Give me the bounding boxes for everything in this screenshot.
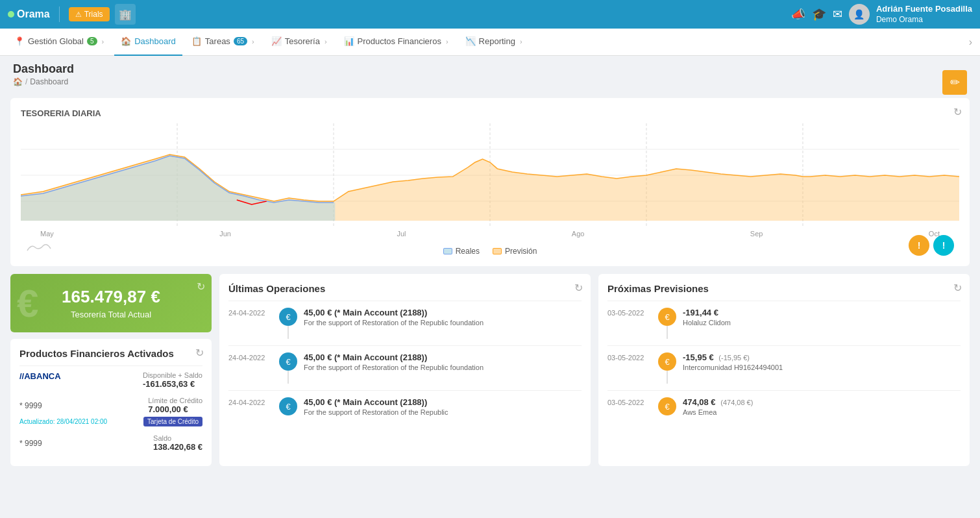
nav-expand-icon[interactable]: › xyxy=(969,36,972,48)
prev-3-amount-row: 474,08 € (474,08 €) xyxy=(683,397,961,407)
op-2-amount: 45,00 € (* Main Account (2188)) xyxy=(304,352,582,362)
account-2-saldo-label: Saldo xyxy=(153,434,202,442)
tesoreria-total-card: € ↻ 165.479,87 € Tesorería Total Actual xyxy=(10,274,212,332)
chart-container xyxy=(21,123,959,227)
op-2-timeline: € xyxy=(279,352,297,384)
prev-3-date: 03-05-2022 xyxy=(607,397,652,406)
op-3-content: 45,00 € (* Main Account (2188)) For the … xyxy=(304,397,582,416)
bank-disponible-label: Disponible + Saldo xyxy=(143,371,202,379)
bottom-grid: € ↻ 165.479,87 € Tesorería Total Actual … xyxy=(10,274,970,466)
tesoreria-icon: 📈 xyxy=(271,36,282,46)
previsiones-refresh-button[interactable]: ↻ xyxy=(953,282,962,294)
productos-refresh-button[interactable]: ↻ xyxy=(195,347,204,359)
nav-item-reporting[interactable]: 📉 Reporting › xyxy=(459,29,530,56)
chart-svg xyxy=(21,123,959,227)
prev-1-amount-row: -191,44 € xyxy=(683,308,961,317)
operaciones-refresh-button[interactable]: ↻ xyxy=(574,282,583,294)
bank-disponible-col: Disponible + Saldo -161.653,63 € xyxy=(143,371,202,389)
reporting-chevron: › xyxy=(520,38,522,45)
building-button[interactable]: 🏢 xyxy=(115,4,136,25)
home-icon: 🏠 xyxy=(13,77,23,86)
graduation-icon[interactable]: 🎓 xyxy=(812,7,826,21)
prev-1-line xyxy=(667,326,668,339)
op-3-desc: For the support of Restoration of the Re… xyxy=(304,408,582,416)
chart-card: TESORERIA DIARIA ↻ xyxy=(10,98,970,266)
user-org: Demo Orama xyxy=(876,15,972,25)
prev-3-content: 474,08 € (474,08 €) Aws Emea xyxy=(683,397,961,416)
account-2-num: * 9999 xyxy=(19,439,42,448)
legend-prevision-box xyxy=(493,248,502,254)
sparkline-icon xyxy=(26,241,52,254)
avatar[interactable]: 👤 xyxy=(849,4,870,25)
x-label-may: May xyxy=(40,230,54,238)
bank-item-abanca: //ABANCA Disponible + Saldo -161.653,63 … xyxy=(19,365,202,457)
nav-item-gestion[interactable]: 📍 Gestión Global 5 › xyxy=(8,29,112,56)
nav-tesoreria-label: Tesorería xyxy=(285,36,320,46)
alert-teal-button[interactable]: ! xyxy=(933,235,954,256)
account-1-updated: Actualizado: 28/04/2021 02:00 xyxy=(19,418,107,425)
previsiones-title: Próximas Previsiones xyxy=(607,283,961,294)
nav-tareas-label: Tareas xyxy=(205,36,230,46)
euro-bg-icon: € xyxy=(17,281,38,326)
reporting-icon: 📉 xyxy=(465,36,476,46)
logo-dot xyxy=(8,11,14,18)
bank-disponible-value: -161.653,63 € xyxy=(143,379,202,389)
nav-item-tesoreria[interactable]: 📈 Tesorería › xyxy=(265,29,335,56)
nav-item-tareas[interactable]: 📋 Tareas 65 › xyxy=(185,29,262,56)
bank-header-row: //ABANCA Disponible + Saldo -161.653,63 … xyxy=(19,371,202,389)
account-2-saldo-value: 138.420,68 € xyxy=(153,442,202,452)
edit-fab-button[interactable]: ✏ xyxy=(942,70,967,95)
op-item-1: 24-04-2022 € 45,00 € (* Main Account (21… xyxy=(228,301,582,345)
prev-2-desc: Intercomunidad H91624494001 xyxy=(683,364,961,371)
prev-2-circle: € xyxy=(658,352,676,371)
op-3-circle: € xyxy=(279,397,297,415)
prev-1-date: 03-05-2022 xyxy=(607,308,652,317)
gestion-badge: 5 xyxy=(87,37,97,45)
op-2-content: 45,00 € (* Main Account (2188)) For the … xyxy=(304,352,582,371)
op-3-date: 24-04-2022 xyxy=(228,397,273,406)
prev-3-circle: € xyxy=(658,397,676,415)
operaciones-title: Últimas Operaciones xyxy=(228,283,582,294)
breadcrumb-area: Dashboard 🏠 / Dashboard xyxy=(0,56,980,90)
op-2-circle: € xyxy=(279,352,297,371)
chart-refresh-button[interactable]: ↻ xyxy=(953,106,962,118)
prev-1-circle: € xyxy=(658,308,676,326)
prev-3-amount-sub: (474,08 €) xyxy=(720,399,753,406)
trials-button[interactable]: Trials xyxy=(69,7,110,21)
gestion-icon: 📍 xyxy=(14,36,25,46)
nav-item-dashboard[interactable]: 🏠 Dashboard xyxy=(114,29,182,56)
productos-card: Productos Financieros Activados ↻ //ABAN… xyxy=(10,339,212,466)
legend-reales-box xyxy=(443,248,452,254)
tareas-badge: 65 xyxy=(234,37,247,45)
nav-dashboard-label: Dashboard xyxy=(134,36,176,46)
tesoreria-refresh-button[interactable]: ↻ xyxy=(197,280,205,293)
breadcrumb: 🏠 / Dashboard xyxy=(13,77,967,86)
account-1-limit-value: 7.000,00 € xyxy=(148,404,202,414)
x-label-jul: Jul xyxy=(397,230,406,238)
logo[interactable]: Orama xyxy=(8,8,50,20)
account-2-row: * 9999 Saldo 138.420,68 € xyxy=(19,432,202,452)
legend-reales-label: Reales xyxy=(456,247,480,256)
nav-item-productos[interactable]: 📊 Productos Financieros › xyxy=(337,29,456,56)
prev-2-amount-row: -15,95 € (-15,95 €) xyxy=(683,352,961,362)
left-column: € ↻ 165.479,87 € Tesorería Total Actual … xyxy=(10,274,212,466)
nav-productos-label: Productos Financieros xyxy=(358,36,441,46)
user-name: Adrián Fuente Posadilla xyxy=(876,4,972,15)
op-1-date: 24-04-2022 xyxy=(228,308,273,317)
op-item-2: 24-04-2022 € 45,00 € (* Main Account (21… xyxy=(228,345,582,390)
dashboard-icon: 🏠 xyxy=(121,36,131,46)
op-1-amount: 45,00 € (* Main Account (2188)) xyxy=(304,308,582,317)
productos-chevron: › xyxy=(446,38,448,45)
alert-orange-button[interactable]: ! xyxy=(909,235,929,256)
prev-2-amount: -15,95 € xyxy=(683,352,714,362)
account-1-row: * 9999 Límite de Crédito 7.000,00 € xyxy=(19,394,202,414)
legend-prevision: Previsión xyxy=(493,247,537,256)
notification-icon[interactable]: 📣 xyxy=(791,7,805,21)
op-3-timeline: € xyxy=(279,397,297,415)
account-1: * 9999 Límite de Crédito 7.000,00 € Actu… xyxy=(19,394,202,426)
account-1-limit-label: Límite de Crédito xyxy=(148,397,202,404)
mail-icon[interactable]: ✉ xyxy=(833,7,842,21)
x-label-sep: Sep xyxy=(750,230,763,238)
op-2-date: 24-04-2022 xyxy=(228,352,273,362)
legend-prevision-label: Previsión xyxy=(505,247,537,256)
